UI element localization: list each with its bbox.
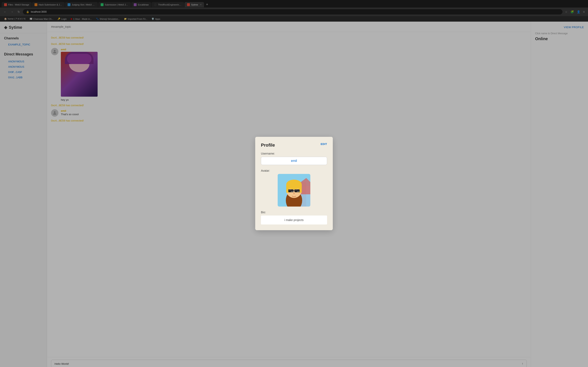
svg-rect-14 bbox=[291, 191, 294, 192]
username-label: Username: bbox=[261, 152, 327, 155]
avatar-image bbox=[278, 174, 310, 207]
bio-text: i make projects bbox=[261, 216, 327, 225]
modal-overlay[interactable]: Profile EDIT Username: Avatar: bbox=[0, 0, 588, 367]
avatar-label: Avatar: bbox=[261, 169, 327, 172]
profile-modal: Profile EDIT Username: Avatar: bbox=[255, 137, 333, 230]
avatar-svg bbox=[278, 174, 310, 207]
svg-rect-15 bbox=[294, 189, 297, 191]
svg-rect-13 bbox=[288, 189, 291, 191]
avatar-container bbox=[261, 174, 327, 207]
svg-point-17 bbox=[293, 193, 295, 194]
modal-edit-button[interactable]: EDIT bbox=[320, 142, 327, 146]
bio-label: Bio: bbox=[261, 211, 327, 214]
svg-rect-16 bbox=[297, 191, 300, 192]
modal-title: Profile bbox=[261, 142, 327, 148]
username-input[interactable] bbox=[261, 157, 327, 165]
